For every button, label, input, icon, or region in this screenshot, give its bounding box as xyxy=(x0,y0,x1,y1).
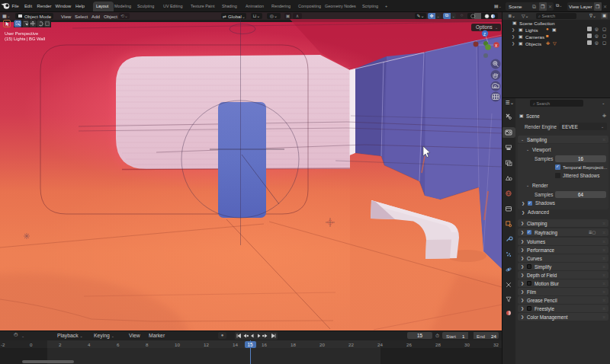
svg-text:Z: Z xyxy=(483,32,486,37)
svg-text:(15) Lights | BG Wall: (15) Lights | BG Wall xyxy=(5,37,45,41)
svg-text:User Perspective: User Perspective xyxy=(5,31,38,36)
svg-text:⌄: ⌄ xyxy=(495,25,498,30)
svg-text:Options: Options xyxy=(476,24,493,30)
